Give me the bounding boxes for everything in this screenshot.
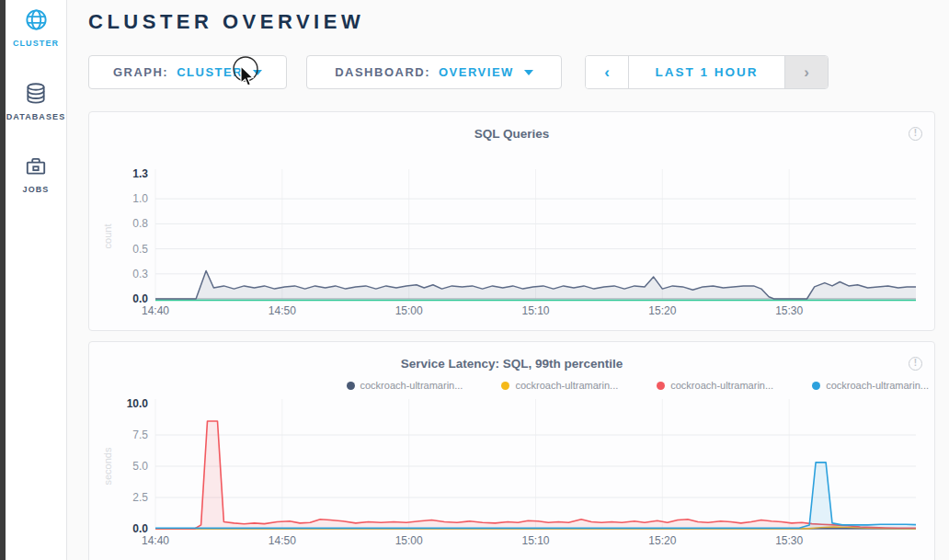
- info-icon[interactable]: !: [909, 357, 922, 371]
- svg-text:15:30: 15:30: [775, 304, 803, 317]
- databases-icon: [24, 81, 48, 106]
- svg-text:0.0: 0.0: [132, 522, 148, 535]
- sidebar-item-jobs[interactable]: JOBS: [6, 154, 66, 194]
- graph-dropdown-label: GRAPH:: [113, 65, 168, 79]
- service-latency-chart-card: 0.02.55.07.510.014:4014:5015:0015:1015:2…: [88, 341, 935, 560]
- svg-text:5.0: 5.0: [132, 460, 148, 473]
- svg-text:14:40: 14:40: [142, 534, 169, 547]
- svg-text:2.5: 2.5: [132, 491, 148, 504]
- legend-dot-icon: [812, 382, 820, 390]
- svg-text:7.5: 7.5: [132, 429, 148, 441]
- sidebar: CLUSTER DATABASES JOBS: [6, 0, 67, 560]
- svg-text:15:30: 15:30: [775, 534, 803, 547]
- legend-dot-icon: [657, 382, 665, 390]
- svg-text:count: count: [102, 224, 113, 249]
- chart-title: SQL Queries: [474, 127, 550, 141]
- svg-text:15:00: 15:00: [395, 304, 423, 317]
- sidebar-item-databases[interactable]: DATABASES: [6, 81, 66, 121]
- controls-bar: GRAPH: CLUSTER DASHBOARD: OVERVIEW ‹ LAS…: [88, 55, 935, 89]
- sidebar-item-cluster[interactable]: CLUSTER: [6, 7, 66, 48]
- legend-label: cockroach-ultramarin...: [670, 380, 773, 391]
- time-next-button[interactable]: ›: [785, 56, 828, 88]
- legend-item[interactable]: cockroach-ultramarin...: [657, 380, 773, 391]
- svg-text:15:10: 15:10: [521, 534, 549, 547]
- svg-text:15:00: 15:00: [395, 534, 423, 547]
- graph-dropdown-value: CLUSTER: [177, 65, 243, 79]
- svg-text:0.5: 0.5: [132, 243, 148, 256]
- sql-queries-chart[interactable]: 0.00.30.50.81.01.314:4014:5015:0015:1015…: [89, 112, 934, 330]
- sidebar-item-label: DATABASES: [6, 112, 66, 121]
- legend-label: cockroach-ultramarin...: [826, 380, 929, 391]
- dashboard-dropdown[interactable]: DASHBOARD: OVERVIEW: [306, 55, 562, 89]
- legend-label: cockroach-ultramarin...: [515, 380, 618, 391]
- svg-text:1.3: 1.3: [132, 167, 148, 180]
- page-title: CLUSTER OVERVIEW: [88, 10, 935, 34]
- svg-text:seconds: seconds: [102, 447, 113, 485]
- svg-text:14:50: 14:50: [269, 534, 296, 547]
- svg-text:0.3: 0.3: [132, 268, 148, 280]
- svg-text:14:50: 14:50: [269, 304, 296, 317]
- svg-text:15:20: 15:20: [648, 304, 676, 317]
- legend-item[interactable]: cockroach-ultramarin...: [812, 380, 929, 391]
- chart-legend: cockroach-ultramarin...cockroach-ultrama…: [347, 380, 930, 391]
- graph-dropdown[interactable]: GRAPH: CLUSTER: [88, 55, 287, 89]
- time-range-picker: ‹ LAST 1 HOUR ›: [585, 55, 829, 89]
- legend-label: cockroach-ultramarin...: [360, 380, 463, 391]
- legend-dot-icon: [501, 382, 509, 390]
- time-prev-button[interactable]: ‹: [586, 56, 628, 88]
- time-range-label[interactable]: LAST 1 HOUR: [628, 56, 785, 88]
- legend-item[interactable]: cockroach-ultramarin...: [347, 380, 463, 391]
- chart-header: SQL Queries: [89, 125, 934, 142]
- dashboard-dropdown-value: OVERVIEW: [439, 65, 514, 79]
- svg-text:14:40: 14:40: [142, 304, 169, 317]
- main-content: CLUSTER OVERVIEW GRAPH: CLUSTER DASHBOAR…: [88, 0, 935, 560]
- sidebar-item-label: JOBS: [23, 185, 50, 194]
- globe-icon: [24, 7, 49, 32]
- sql-queries-chart-card: 0.00.30.50.81.01.314:4014:5015:0015:1015…: [88, 111, 935, 331]
- service-latency-chart[interactable]: 0.02.55.07.510.014:4014:5015:0015:1015:2…: [89, 342, 934, 560]
- dashboard-dropdown-label: DASHBOARD:: [335, 65, 430, 79]
- jobs-icon: [24, 154, 48, 178]
- svg-text:15:20: 15:20: [648, 534, 676, 547]
- chevron-down-icon: [524, 70, 533, 75]
- svg-text:0.8: 0.8: [132, 217, 148, 230]
- svg-text:0.0: 0.0: [132, 292, 148, 305]
- legend-item[interactable]: cockroach-ultramarin...: [501, 380, 618, 391]
- chart-title: Service Latency: SQL, 99th percentile: [401, 357, 623, 371]
- chevron-down-icon: [253, 70, 262, 75]
- svg-text:15:10: 15:10: [521, 304, 549, 317]
- cluster-overview-page: CLUSTER DATABASES JOBS: [0, 0, 949, 560]
- sidebar-item-label: CLUSTER: [13, 39, 59, 48]
- svg-text:1.0: 1.0: [132, 192, 148, 205]
- legend-dot-icon: [347, 382, 355, 390]
- chart-header: Service Latency: SQL, 99th percentile: [89, 355, 934, 371]
- svg-text:10.0: 10.0: [127, 397, 149, 410]
- info-icon[interactable]: !: [909, 127, 922, 141]
